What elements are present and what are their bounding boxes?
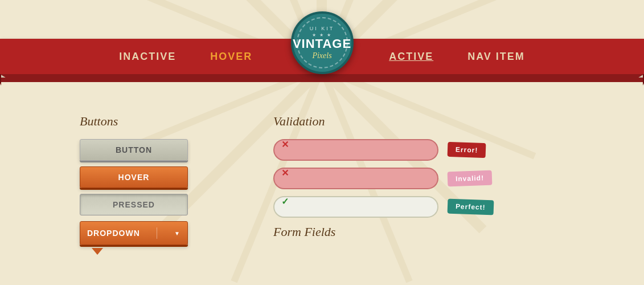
validation-section: Validation ✕ Error! ✕ Invalid! ✓ Perfect… [239,114,564,251]
validation-row-error1: ✕ Error! [273,139,564,161]
input-field-error1[interactable] [273,139,438,161]
success-icon: ✓ [281,196,289,207]
badge-ui-kit-label: UI Kit [310,26,335,31]
button-default[interactable]: Button [80,139,188,161]
dropdown-caret [92,248,103,255]
error-icon-1: ✕ [281,139,289,150]
badge-vintage-text: VINTAGE [293,38,351,50]
validation-row-invalid: ✕ Invalid! [273,168,564,189]
dropdown-divider [157,227,157,239]
dropdown-arrow-icon: ▼ [174,230,181,237]
main-content: Buttons Button Hover Pressed Dropdown ▼ … [0,91,644,262]
dropdown-label: Dropdown [87,229,140,238]
form-fields-title: Form Fields [273,225,564,239]
validation-section-title: Validation [273,114,564,129]
buttons-section: Buttons Button Hover Pressed Dropdown ▼ [80,114,239,251]
button-pressed[interactable]: Pressed [80,194,188,215]
badge-invalid: Invalid! [448,170,493,187]
button-dropdown[interactable]: Dropdown ▼ [80,221,188,245]
validation-row-success: ✓ Perfect! [273,196,564,218]
ribbon-left [0,74,1,85]
buttons-section-title: Buttons [80,114,239,129]
nav-item-hover[interactable]: HOVER [210,51,252,63]
nav-item-inactive[interactable]: INACTIVE [119,51,176,63]
input-field-success[interactable] [273,196,438,218]
logo-badge: UI Kit ★ ★ ★ VINTAGE Pixels [291,11,354,74]
badge-stars: ★ ★ ★ [312,32,332,38]
nav-item-active[interactable]: ACTIVE [389,51,433,63]
badge-perfect: Perfect! [448,199,494,215]
error-icon-2: ✕ [281,168,289,178]
input-field-invalid[interactable] [273,168,438,189]
badge-error: Error! [448,142,486,158]
badge-pixels-text: Pixels [312,51,331,60]
nav-item-nav[interactable]: NAV ITEM [467,51,525,63]
button-hover[interactable]: Hover [80,166,188,188]
